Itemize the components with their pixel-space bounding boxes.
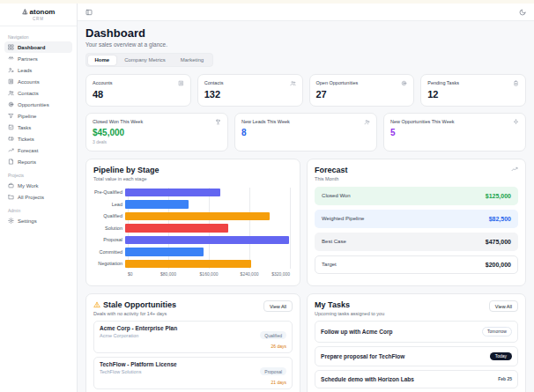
forecast-row-label: Best Case	[322, 239, 346, 244]
stat-value: 8	[241, 128, 370, 137]
bar-track	[125, 260, 290, 269]
leads-icon	[8, 67, 14, 73]
pipeline-by-stage-panel: Pipeline by Stage Total value in each st…	[85, 159, 300, 286]
x-tick-label: $80,000	[160, 271, 176, 277]
forecast-row-target: Target$200,000	[315, 255, 518, 274]
tab-home[interactable]: Home	[88, 55, 117, 65]
task-name: Follow up with Acme Corp	[321, 329, 392, 335]
sidebar-item-label: Tasks	[18, 125, 31, 130]
tasks-icon	[8, 124, 14, 130]
x-tick-label: $160,000	[200, 271, 219, 277]
stale-view-all-button[interactable]: View All	[263, 300, 293, 312]
sidebar-item-opportunities[interactable]: Opportunities	[4, 99, 72, 110]
forecast-panel: Forecast This Month Closed Won$125,000We…	[307, 159, 526, 286]
bar-row-lead: Lead	[93, 198, 293, 211]
forecast-row-label: Closed Won	[322, 193, 351, 198]
stat-card-new-leads-this-week: New Leads This Week8	[234, 113, 377, 152]
sidebar-item-label: Settings	[18, 218, 37, 224]
sidebar-item-contacts[interactable]: Contacts	[4, 87, 72, 99]
bar-lead[interactable]	[125, 200, 189, 209]
sidebar-item-partners[interactable]: Partners	[4, 53, 72, 64]
settings-icon	[8, 218, 14, 224]
sidebar-item-tasks[interactable]: Tasks	[4, 122, 72, 133]
tasks-list: Follow up with Acme CorpTomorrowPrepare …	[315, 321, 518, 392]
forecast-row-value: $475,000	[486, 239, 511, 245]
bar-solution[interactable]	[125, 224, 228, 233]
forecast-row-value: $125,000	[486, 193, 511, 199]
bar-proposal[interactable]	[125, 236, 289, 245]
stat-value: 5	[390, 128, 519, 137]
category-label: Solution	[93, 226, 125, 231]
task-item-prepare-proposal-for-techflow[interactable]: Prepare proposal for TechFlowToday	[315, 346, 518, 366]
sidebar-item-settings[interactable]: Settings	[4, 215, 72, 226]
app-name-subtitle: CRM	[4, 17, 73, 21]
stale-list: Acme Corp - Enterprise PlanAcme Corporat…	[93, 321, 293, 392]
forecast-row-closed-won: Closed Won$125,000	[315, 187, 518, 205]
stat-value: 48	[93, 89, 184, 100]
stat-value: 27	[316, 89, 408, 100]
forecast-row-weighted-pipeline: Weighted Pipeline$82,500	[315, 210, 518, 228]
sidebar-item-accounts[interactable]: Accounts	[4, 76, 72, 87]
dashboard-content: Dashboard Your sales overview at a glanc…	[78, 21, 534, 392]
sidebar-item-dashboard[interactable]: Dashboard	[4, 41, 72, 53]
my-tasks-panel: My Tasks Upcoming tasks assigned to you …	[307, 293, 526, 392]
task-item-follow-up-with-acme-corp[interactable]: Follow up with Acme CorpTomorrow	[315, 321, 518, 343]
stale-days: 26 days	[260, 344, 286, 349]
forecast-row-best-case: Best Case$475,000	[315, 233, 518, 251]
stat-card-contacts: Contacts132	[197, 74, 303, 107]
sidebar-item-label: Leads	[18, 68, 32, 73]
chart-subtitle: Total value in each stage	[93, 176, 159, 181]
task-due-badge: Today	[490, 352, 512, 360]
sidebar-item-forecast[interactable]: Forecast	[4, 144, 72, 156]
category-label: Qualified	[93, 213, 125, 218]
sidebar-item-all-projects[interactable]: All Projects	[4, 191, 72, 203]
bar-qualified[interactable]	[125, 212, 270, 221]
nav-section-label: Admin	[4, 203, 72, 215]
stats-row: Accounts48Contacts132Open Opportunities2…	[85, 74, 526, 107]
stale-item-techflow-platform-license[interactable]: TechFlow - Platform LicenseTechFlow Solu…	[93, 357, 293, 389]
bar-negotiation[interactable]	[125, 260, 251, 269]
bar-track	[125, 212, 290, 221]
task-item-schedule-demo-with-horizon-labs[interactable]: Schedule demo with Horizon LabsFeb 25	[315, 370, 518, 388]
stat-value: 12	[427, 89, 519, 100]
stale-item-acme-corp-enterprise-plan[interactable]: Acme Corp - Enterprise PlanAcme Corporat…	[93, 321, 293, 353]
sidebar: atonom CRM NavigationDashboardPartnersLe…	[0, 4, 78, 392]
bar-row-proposal: Proposal	[93, 234, 293, 247]
x-tick-label: $240,000	[241, 271, 259, 277]
bar-pre-qualified[interactable]	[125, 189, 220, 197]
opportunity-name: TechFlow - Platform License	[100, 361, 177, 367]
bar-track	[125, 236, 290, 245]
tasks-title: My Tasks	[315, 300, 384, 309]
tab-company-metrics[interactable]: Company Metrics	[117, 55, 173, 65]
stat-card-closed-won-this-week: Closed Won This Week$45,0003 deals	[85, 113, 228, 152]
chart-title: Pipeline by Stage	[93, 166, 159, 174]
sidebar-item-reports[interactable]: Reports	[4, 156, 72, 167]
pipeline-icon	[8, 113, 14, 119]
stale-item-text: Acme Corp - Enterprise PlanAcme Corporat…	[100, 325, 177, 338]
all-projects-icon	[8, 194, 14, 200]
sidebar-item-my-work[interactable]: My Work	[4, 180, 72, 191]
task-name: Prepare proposal for TechFlow	[321, 353, 404, 359]
tasks-view-all-button[interactable]: View All	[489, 300, 518, 312]
forecast-row-value: $200,000	[486, 262, 511, 268]
category-label: Negotiation	[93, 261, 125, 266]
bottom-row: Stale Opportunities Deals with no activi…	[85, 293, 526, 392]
forecast-row-value: $82,500	[489, 216, 511, 222]
panel-left-icon[interactable]	[85, 9, 93, 16]
reports-icon	[8, 159, 14, 165]
sidebar-item-leads[interactable]: Leads	[4, 64, 72, 76]
week-stats-row: Closed Won This Week$45,0003 dealsNew Le…	[85, 113, 526, 152]
tab-marketing[interactable]: Marketing	[174, 55, 211, 65]
bar-committed[interactable]	[125, 248, 204, 256]
chart-x-axis: $0$80,000$160,000$240,000$320,000	[128, 271, 290, 279]
bar-track	[125, 224, 290, 233]
sidebar-item-pipeline[interactable]: Pipeline	[4, 110, 72, 122]
opportunity-name: Acme Corp - Enterprise Plan	[100, 325, 177, 331]
sidebar-item-tickets[interactable]: Tickets	[4, 133, 72, 144]
sidebar-item-label: My Work	[18, 183, 39, 189]
tasks-subtitle: Upcoming tasks assigned to you	[315, 311, 384, 316]
sparkles-icon	[513, 119, 519, 125]
my-work-icon	[8, 182, 14, 189]
task-due-badge: Tomorrow	[482, 327, 512, 337]
theme-toggle-icon[interactable]	[519, 9, 526, 16]
